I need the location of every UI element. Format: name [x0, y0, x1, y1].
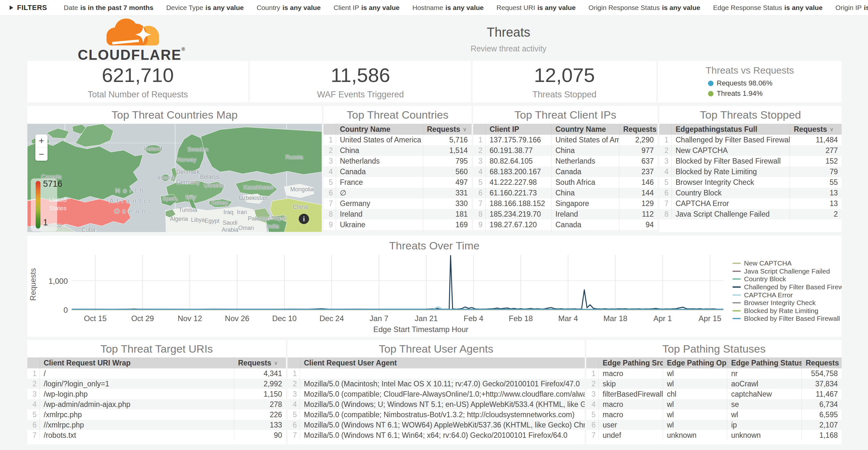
column-header: Client Request URI Wrap [39, 357, 234, 368]
table-cell: ∅ [336, 188, 423, 198]
column-header[interactable]: Requests∨ [234, 357, 286, 368]
table-row[interactable]: 7CAPTCHA Error13 [659, 198, 842, 209]
zoom-out-button[interactable]: − [35, 148, 48, 161]
table-cell: United States of America [336, 135, 423, 145]
table-row[interactable]: 1061.160.247.127China88 [473, 230, 658, 232]
table-cell: 278 [234, 399, 286, 410]
table-row[interactable]: 7Germany330 [323, 198, 472, 209]
info-icon[interactable]: i [299, 214, 309, 224]
table-row[interactable]: 1137.175.79.166United States of America2… [473, 135, 658, 145]
table-row[interactable]: 6Mozilla/5.0 (Windows NT 6.1; WOW64) App… [287, 420, 585, 430]
row-rank: 2 [287, 379, 300, 389]
table-row[interactable]: 2Mozilla/5.0 (Macintosh; Intel Mac OS X … [287, 379, 585, 389]
table-cell: macro [598, 368, 663, 379]
x-tick-label: Oct 15 [84, 314, 107, 323]
table-row[interactable]: 2skipwlaoCrawl37,834 [586, 379, 842, 389]
filter-item[interactable]: Device Typeis any value [166, 4, 244, 11]
table-row[interactable]: 468.183.200.167Canada237 [473, 167, 658, 177]
table-row[interactable]: 260.191.38.77China977 [473, 145, 658, 156]
table-row[interactable]: 5macrowlwl6,595 [586, 410, 842, 420]
top-threat-target-uris-panel: Top Threat Target URIs Client Request UR… [27, 340, 286, 444]
table-row[interactable]: 6userwlip2,107 [586, 420, 842, 430]
table-cell: China [336, 145, 423, 156]
chart-legend-item[interactable]: Country Block [733, 275, 842, 283]
world-map[interactable]: CanadaUnitedStatesMexicoCubaIcelandIrela… [27, 124, 322, 232]
table-cell: 129 [619, 198, 658, 209]
table-row[interactable]: 661.160.221.73China144 [473, 188, 658, 198]
row-rank: 1 [27, 368, 39, 379]
table-row[interactable]: 7Mozilla/5.0 (Windows NT 6.1; Win64; x64… [287, 430, 585, 440]
filter-item[interactable]: Edge Response Statusis any value [713, 4, 823, 11]
table-cell: 185.234.219.70 [486, 209, 551, 219]
table-row[interactable]: 2New CAPTCHA277 [659, 145, 842, 156]
stat-total-requests: 621,710 Total Number of Requests [27, 61, 248, 102]
table-row[interactable]: 4/wp-admin/admin-ajax.php278 [27, 399, 286, 410]
chart-legend-item[interactable]: Blocked by Rate Limiting [733, 307, 842, 315]
table-row[interactable]: 1/4,341 [27, 368, 286, 379]
chart-legend-item[interactable]: Java Script Challenge Failed [733, 267, 842, 275]
table-row[interactable]: 2/login/?login_only=12,992 [27, 379, 286, 389]
filters-toggle[interactable]: FILTERS [10, 3, 47, 12]
filter-item[interactable]: Hostnameis any value [412, 4, 484, 11]
table-row[interactable]: 3/wp-login.php1,150 [27, 389, 286, 399]
table-row[interactable]: 3Blocked by Filter Based Firewall152 [659, 156, 842, 167]
table-cell: 144 [619, 188, 658, 198]
zoom-in-button[interactable]: + [35, 134, 48, 148]
filter-item[interactable]: Origin Response Statusis any value [589, 4, 700, 11]
table-row[interactable]: 4macrowlse6,734 [586, 399, 842, 410]
table-row[interactable]: 3Mozilla/5.0 (compatible; CloudFlare-Alw… [287, 389, 585, 399]
column-header[interactable]: Requests∨ [423, 124, 472, 135]
filter-item[interactable]: Origin IPis any value [836, 4, 868, 11]
legend-item-requests[interactable]: Requests 98.06% [708, 79, 792, 87]
table-row[interactable]: 5/xmlrpc.php226 [27, 410, 286, 420]
column-header[interactable]: Requests∨ [789, 124, 842, 135]
stat-value: 621,710 [102, 64, 174, 87]
column-header[interactable]: Requests∨ [619, 124, 658, 135]
table-row[interactable]: 10Singapore158 [323, 230, 472, 232]
table-cell: 68.183.200.167 [486, 167, 551, 177]
filter-item[interactable]: Request URIis any value [497, 4, 576, 11]
table-row[interactable]: 8Java Script Challenge Failed2 [659, 209, 842, 219]
table-row[interactable]: 1United States of America5,716 [323, 135, 472, 145]
filter-item[interactable]: Dateis in the past 7 months [64, 4, 154, 11]
chart-legend-item[interactable]: Challenged by Filter Based Firewall [733, 283, 842, 291]
table-row[interactable]: 8185.234.219.70Ireland112 [473, 209, 658, 219]
table-row[interactable]: 7188.166.188.152Singapore129 [473, 198, 658, 209]
table-row[interactable]: 1Challenged by Filter Based Firewall11,4… [659, 135, 842, 145]
table-row[interactable]: 3filterBasedFirewallchlcaptchaNew11,467 [586, 389, 842, 399]
chart-legend-item[interactable]: CAPTCHA Error [733, 291, 842, 299]
chart-legend-item[interactable]: New CAPTCHA [733, 260, 842, 267]
table-row[interactable]: 9Ukraine169 [323, 219, 472, 230]
table-row[interactable]: 6//xmlrpc.php133 [27, 420, 286, 430]
filter-item[interactable]: Countryis any value [257, 4, 321, 11]
table-row[interactable]: 3Netherlands795 [323, 156, 472, 167]
table-row[interactable]: 541.222.227.98South Africa146 [473, 177, 658, 188]
table-row[interactable]: 1 [287, 368, 585, 379]
table-row[interactable]: 380.82.64.105Netherlands637 [473, 156, 658, 167]
table-row[interactable]: 5Mozilla/5.0 (compatible; Nimbostratus-B… [287, 410, 585, 420]
table-cell: 61.160.221.73 [486, 188, 551, 198]
table-cell: 146 [619, 177, 658, 188]
table-row[interactable]: 9198.27.67.120Canada94 [473, 219, 658, 230]
table-row[interactable]: 4Mozilla/5.0 (Windows; U; Windows NT 5.1… [287, 399, 585, 410]
row-rank: 4 [586, 399, 598, 410]
table-row[interactable]: 4Canada560 [323, 167, 472, 177]
table-row[interactable]: 2China1,514 [323, 145, 472, 156]
table-row[interactable]: 5Browser Integrity Check55 [659, 177, 842, 188]
table-row[interactable]: 1macrowlnr554,758 [586, 368, 842, 379]
column-header[interactable]: Requests∨ [802, 357, 842, 368]
table-row[interactable]: 4Blocked by Rate Limiting79 [659, 167, 842, 177]
table-cell: 1,168 [802, 430, 842, 440]
table-row[interactable]: 6Country Block13 [659, 188, 842, 198]
table-row[interactable]: 8Ireland181 [323, 209, 472, 219]
table-row[interactable]: 7/robots.txt90 [27, 430, 286, 440]
chart-legend-item[interactable]: Blocked by Filter Based Firewall [733, 315, 842, 323]
table-row[interactable]: 5France497 [323, 177, 472, 188]
chart-legend-item[interactable]: Browser Integrity Check [733, 299, 842, 307]
table-row[interactable]: 6∅331 [323, 188, 472, 198]
table-cell: /robots.txt [39, 430, 234, 440]
table-row[interactable]: 7undefunknownunknown1,168 [586, 430, 842, 440]
legend-item-threats[interactable]: Threats 1.94% [708, 89, 792, 98]
filter-item[interactable]: Client IPis any value [334, 4, 399, 11]
series-line-icon [733, 271, 741, 272]
